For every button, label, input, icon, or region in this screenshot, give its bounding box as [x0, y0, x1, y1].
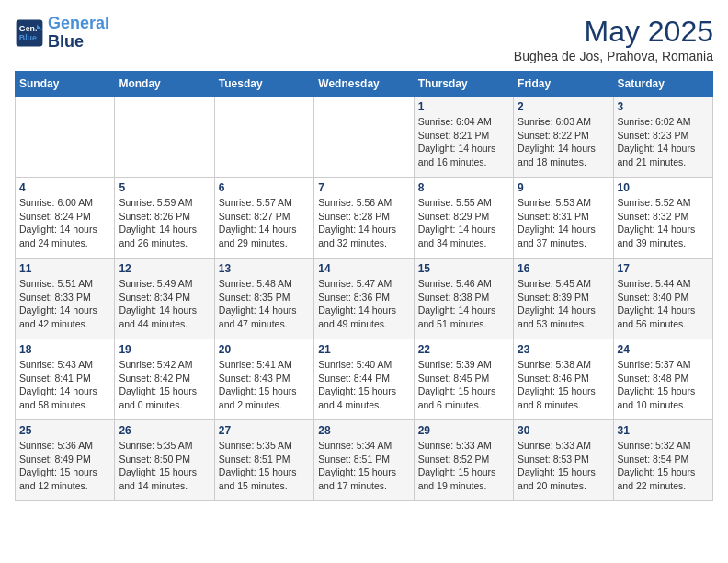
- day-number: 11: [19, 262, 110, 275]
- day-info: Sunrise: 5:37 AM Sunset: 8:48 PM Dayligh…: [618, 358, 709, 412]
- day-info: Sunrise: 6:04 AM Sunset: 8:21 PM Dayligh…: [418, 115, 509, 169]
- calendar-cell: 2Sunrise: 6:03 AM Sunset: 8:22 PM Daylig…: [514, 97, 613, 178]
- calendar-cell: 20Sunrise: 5:41 AM Sunset: 8:43 PM Dayli…: [214, 339, 313, 420]
- day-number: 4: [19, 181, 110, 194]
- weekday-header-row: SundayMondayTuesdayWednesdayThursdayFrid…: [16, 72, 713, 97]
- calendar-cell: 30Sunrise: 5:33 AM Sunset: 8:53 PM Dayli…: [514, 420, 613, 501]
- calendar-table: SundayMondayTuesdayWednesdayThursdayFrid…: [15, 71, 713, 501]
- day-info: Sunrise: 5:46 AM Sunset: 8:38 PM Dayligh…: [418, 277, 509, 331]
- calendar-cell: 6Sunrise: 5:57 AM Sunset: 8:27 PM Daylig…: [214, 178, 313, 259]
- calendar-cell: 1Sunrise: 6:04 AM Sunset: 8:21 PM Daylig…: [414, 97, 513, 178]
- calendar-cell: 24Sunrise: 5:37 AM Sunset: 8:48 PM Dayli…: [613, 339, 712, 420]
- day-info: Sunrise: 5:59 AM Sunset: 8:26 PM Dayligh…: [119, 196, 210, 250]
- day-number: 3: [618, 100, 709, 113]
- day-number: 1: [418, 100, 509, 113]
- day-info: Sunrise: 5:34 AM Sunset: 8:51 PM Dayligh…: [318, 439, 409, 493]
- day-number: 27: [219, 424, 310, 437]
- day-number: 21: [318, 343, 409, 356]
- day-number: 8: [418, 181, 509, 194]
- logo: Gen. Blue GeneralBlue: [15, 15, 109, 52]
- day-info: Sunrise: 5:48 AM Sunset: 8:35 PM Dayligh…: [219, 277, 310, 331]
- day-number: 26: [119, 424, 210, 437]
- day-number: 12: [119, 262, 210, 275]
- calendar-cell: [214, 97, 313, 178]
- day-number: 7: [318, 181, 409, 194]
- day-number: 23: [518, 343, 609, 356]
- day-number: 2: [518, 100, 609, 113]
- day-number: 14: [318, 262, 409, 275]
- day-number: 29: [418, 424, 509, 437]
- day-info: Sunrise: 5:52 AM Sunset: 8:32 PM Dayligh…: [618, 196, 709, 250]
- calendar-cell: 19Sunrise: 5:42 AM Sunset: 8:42 PM Dayli…: [115, 339, 214, 420]
- weekday-friday: Friday: [514, 72, 613, 97]
- day-number: 10: [618, 181, 709, 194]
- calendar-cell: 9Sunrise: 5:53 AM Sunset: 8:31 PM Daylig…: [514, 178, 613, 259]
- day-info: Sunrise: 5:56 AM Sunset: 8:28 PM Dayligh…: [318, 196, 409, 250]
- day-info: Sunrise: 5:49 AM Sunset: 8:34 PM Dayligh…: [119, 277, 210, 331]
- day-info: Sunrise: 5:42 AM Sunset: 8:42 PM Dayligh…: [119, 358, 210, 412]
- day-number: 16: [518, 262, 609, 275]
- calendar-cell: 27Sunrise: 5:35 AM Sunset: 8:51 PM Dayli…: [214, 420, 313, 501]
- weekday-thursday: Thursday: [414, 72, 513, 97]
- svg-text:Gen.: Gen.: [19, 24, 38, 33]
- calendar-cell: 14Sunrise: 5:47 AM Sunset: 8:36 PM Dayli…: [314, 259, 414, 339]
- day-info: Sunrise: 5:40 AM Sunset: 8:44 PM Dayligh…: [318, 358, 409, 412]
- day-number: 28: [318, 424, 409, 437]
- calendar-cell: 28Sunrise: 5:34 AM Sunset: 8:51 PM Dayli…: [314, 420, 414, 501]
- day-info: Sunrise: 5:36 AM Sunset: 8:49 PM Dayligh…: [19, 439, 110, 493]
- calendar-cell: 29Sunrise: 5:33 AM Sunset: 8:52 PM Dayli…: [414, 420, 513, 501]
- day-info: Sunrise: 6:02 AM Sunset: 8:23 PM Dayligh…: [618, 115, 709, 169]
- day-info: Sunrise: 5:57 AM Sunset: 8:27 PM Dayligh…: [219, 196, 310, 250]
- day-info: Sunrise: 5:35 AM Sunset: 8:51 PM Dayligh…: [219, 439, 310, 493]
- day-info: Sunrise: 5:47 AM Sunset: 8:36 PM Dayligh…: [318, 277, 409, 331]
- calendar-cell: 25Sunrise: 5:36 AM Sunset: 8:49 PM Dayli…: [16, 420, 115, 501]
- day-number: 25: [19, 424, 110, 437]
- weekday-tuesday: Tuesday: [214, 72, 313, 97]
- day-number: 18: [19, 343, 110, 356]
- day-info: Sunrise: 6:00 AM Sunset: 8:24 PM Dayligh…: [19, 196, 110, 250]
- calendar-cell: 13Sunrise: 5:48 AM Sunset: 8:35 PM Dayli…: [214, 259, 313, 339]
- calendar-cell: [314, 97, 414, 178]
- week-row-3: 11Sunrise: 5:51 AM Sunset: 8:33 PM Dayli…: [16, 259, 713, 339]
- day-number: 15: [418, 262, 509, 275]
- day-info: Sunrise: 5:45 AM Sunset: 8:39 PM Dayligh…: [518, 277, 609, 331]
- day-info: Sunrise: 5:44 AM Sunset: 8:40 PM Dayligh…: [618, 277, 709, 331]
- day-info: Sunrise: 5:55 AM Sunset: 8:29 PM Dayligh…: [418, 196, 509, 250]
- weekday-saturday: Saturday: [613, 72, 712, 97]
- day-number: 31: [618, 424, 709, 437]
- logo-icon: Gen. Blue: [15, 18, 44, 48]
- page-header: Gen. Blue GeneralBlue May 2025 Bughea de…: [15, 15, 713, 63]
- day-info: Sunrise: 6:03 AM Sunset: 8:22 PM Dayligh…: [518, 115, 609, 169]
- calendar-cell: [115, 97, 214, 178]
- calendar-cell: 26Sunrise: 5:35 AM Sunset: 8:50 PM Dayli…: [115, 420, 214, 501]
- day-number: 17: [618, 262, 709, 275]
- calendar-cell: 15Sunrise: 5:46 AM Sunset: 8:38 PM Dayli…: [414, 259, 513, 339]
- day-number: 9: [518, 181, 609, 194]
- day-number: 5: [119, 181, 210, 194]
- calendar-cell: 11Sunrise: 5:51 AM Sunset: 8:33 PM Dayli…: [16, 259, 115, 339]
- weekday-sunday: Sunday: [16, 72, 115, 97]
- title-block: May 2025 Bughea de Jos, Prahova, Romania: [514, 15, 713, 63]
- calendar-cell: 12Sunrise: 5:49 AM Sunset: 8:34 PM Dayli…: [115, 259, 214, 339]
- day-number: 13: [219, 262, 310, 275]
- day-info: Sunrise: 5:35 AM Sunset: 8:50 PM Dayligh…: [119, 439, 210, 493]
- day-number: 22: [418, 343, 509, 356]
- day-info: Sunrise: 5:39 AM Sunset: 8:45 PM Dayligh…: [418, 358, 509, 412]
- day-info: Sunrise: 5:41 AM Sunset: 8:43 PM Dayligh…: [219, 358, 310, 412]
- week-row-5: 25Sunrise: 5:36 AM Sunset: 8:49 PM Dayli…: [16, 420, 713, 501]
- calendar-cell: 4Sunrise: 6:00 AM Sunset: 8:24 PM Daylig…: [16, 178, 115, 259]
- day-number: 6: [219, 181, 310, 194]
- day-number: 20: [219, 343, 310, 356]
- day-number: 24: [618, 343, 709, 356]
- logo-text: GeneralBlue: [48, 15, 109, 52]
- calendar-cell: [16, 97, 115, 178]
- calendar-cell: 3Sunrise: 6:02 AM Sunset: 8:23 PM Daylig…: [613, 97, 712, 178]
- calendar-cell: 10Sunrise: 5:52 AM Sunset: 8:32 PM Dayli…: [613, 178, 712, 259]
- calendar-cell: 21Sunrise: 5:40 AM Sunset: 8:44 PM Dayli…: [314, 339, 414, 420]
- calendar-cell: 8Sunrise: 5:55 AM Sunset: 8:29 PM Daylig…: [414, 178, 513, 259]
- weekday-monday: Monday: [115, 72, 214, 97]
- calendar-cell: 18Sunrise: 5:43 AM Sunset: 8:41 PM Dayli…: [16, 339, 115, 420]
- day-number: 30: [518, 424, 609, 437]
- calendar-cell: 17Sunrise: 5:44 AM Sunset: 8:40 PM Dayli…: [613, 259, 712, 339]
- day-info: Sunrise: 5:51 AM Sunset: 8:33 PM Dayligh…: [19, 277, 110, 331]
